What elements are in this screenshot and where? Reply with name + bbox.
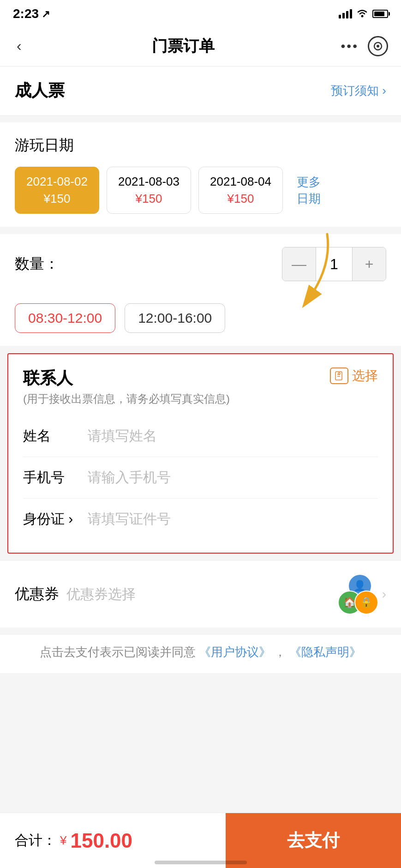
contact-subtitle: (用于接收出票信息，请务必填写真实信息) <box>23 392 230 406</box>
quantity-section: 数量： — 1 + <box>0 234 401 294</box>
timeslot-section: 08:30-12:00 12:00-16:00 <box>0 294 401 346</box>
quantity-value: 1 <box>316 247 353 281</box>
more-dates-button[interactable]: 更多日期 <box>290 174 327 207</box>
quantity-control: — 1 + <box>282 247 386 281</box>
coupon-label: 优惠券 <box>15 584 59 604</box>
more-options-button[interactable]: ••• <box>341 39 359 54</box>
chevron-right-icon: › <box>382 587 386 602</box>
date-options: 2021-08-02 ¥150 2021-08-03 ¥150 2021-08-… <box>15 167 386 214</box>
quantity-plus-button[interactable]: + <box>353 247 386 281</box>
timeslot-2[interactable]: 12:00-16:00 <box>125 303 225 333</box>
home-indicator <box>155 861 247 864</box>
page-title: 门票订单 <box>152 36 215 57</box>
user-agreement-link[interactable]: 《用户协议》 <box>199 645 271 659</box>
coupon-placeholder: 优惠券选择 <box>66 585 136 604</box>
contact-select-button[interactable]: 选择 <box>330 367 378 385</box>
date-card-2[interactable]: 2021-08-03 ¥150 <box>107 167 191 214</box>
svg-point-7 <box>338 373 340 374</box>
nav-bar: ‹ 门票订单 ••• <box>0 26 401 66</box>
status-time: 2:23 ↗ <box>13 6 50 21</box>
wifi-icon <box>357 8 368 20</box>
timeslot-1[interactable]: 08:30-12:00 <box>15 303 115 333</box>
quantity-label: 数量： <box>15 254 59 274</box>
nav-actions: ••• <box>341 36 388 56</box>
timeslot-wrapper: 08:30-12:00 12:00-16:00 <box>0 294 401 346</box>
pay-button[interactable]: 去支付 <box>226 813 401 868</box>
contact-book-icon <box>330 368 348 384</box>
contact-header: 联系人 (用于接收出票信息，请务必填写真实信息) 选择 <box>23 367 378 406</box>
phone-input[interactable]: 请输入手机号 <box>88 468 378 487</box>
ticket-type-title: 成人票 <box>15 79 65 102</box>
date-section: 游玩日期 2021-08-02 ¥150 2021-08-03 ¥150 202… <box>0 122 401 227</box>
id-input[interactable]: 请填写证件号 <box>88 510 378 529</box>
name-input[interactable]: 请填写姓名 <box>88 427 378 446</box>
svg-point-2 <box>377 45 379 48</box>
phone-field[interactable]: 手机号 请输入手机号 <box>23 457 378 499</box>
phone-label: 手机号 <box>23 468 88 487</box>
id-field[interactable]: 身份证 › 请填写证件号 <box>23 499 378 540</box>
status-bar: 2:23 ↗ <box>0 0 401 26</box>
status-icons <box>339 8 388 20</box>
agreement-section: 点击去支付表示已阅读并同意 《用户协议》 ， 《隐私声明》 <box>0 635 401 673</box>
total-section: 合计： ¥ 150.00 <box>0 829 226 852</box>
contact-title: 联系人 <box>23 367 230 390</box>
coupon-avatar-group: 👤 🏠 🔒 <box>338 574 378 615</box>
contact-section: 联系人 (用于接收出票信息，请务必填写真实信息) 选择 姓名 请填写姓名 手机号… <box>7 353 394 554</box>
agreement-text: 点击去支付表示已阅读并同意 <box>40 645 196 659</box>
total-label: 合计： <box>15 831 56 850</box>
svg-point-0 <box>361 15 364 17</box>
scan-icon <box>372 41 383 52</box>
privacy-policy-link[interactable]: 《隐私声明》 <box>289 645 361 659</box>
date-card-3[interactable]: 2021-08-04 ¥150 <box>198 167 283 214</box>
location-icon: ↗ <box>42 8 50 20</box>
coupon-section[interactable]: 优惠券 优惠券选择 👤 🏠 🔒 › <box>0 561 401 627</box>
name-label: 姓名 <box>23 427 88 446</box>
name-field[interactable]: 姓名 请填写姓名 <box>23 416 378 457</box>
total-amount: 150.00 <box>70 829 132 852</box>
date-section-label: 游玩日期 <box>15 135 386 156</box>
total-currency: ¥ <box>60 833 66 848</box>
battery-icon <box>372 10 388 18</box>
ticket-type-section: 成人票 预订须知 › <box>0 66 401 115</box>
quantity-minus-button[interactable]: — <box>282 247 316 281</box>
ticket-notice-link[interactable]: 预订须知 › <box>331 83 386 99</box>
bottom-bar: 合计： ¥ 150.00 去支付 <box>0 813 401 868</box>
scan-button[interactable] <box>368 36 388 56</box>
id-label: 身份证 › <box>23 510 88 529</box>
signal-icon <box>339 9 352 18</box>
date-card-1[interactable]: 2021-08-02 ¥150 <box>15 167 99 214</box>
back-button[interactable]: ‹ <box>13 34 25 58</box>
